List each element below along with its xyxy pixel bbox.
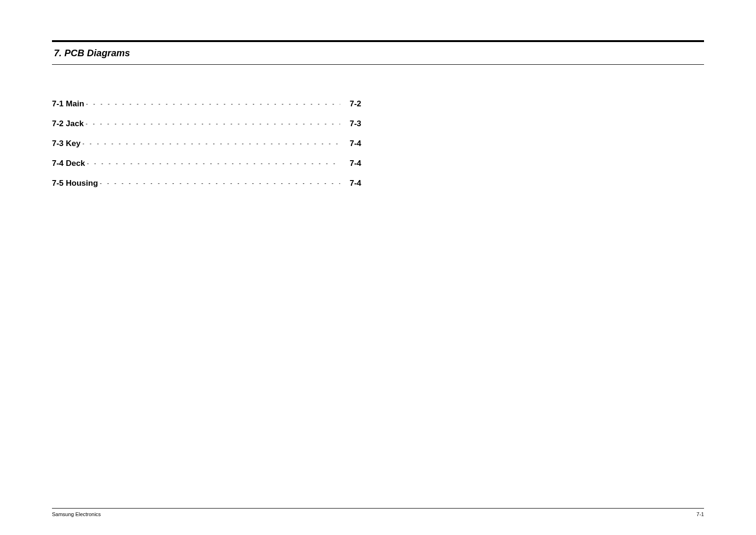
page-footer: Samsung Electronics 7-1 — [52, 508, 704, 517]
toc-item-page: 7-4 — [340, 159, 364, 168]
toc-item-label: 7-2 Jack — [52, 119, 86, 129]
toc-item-page: 7-4 — [340, 179, 364, 188]
toc-item: 7-4 Deck - - - - - - - - - - - - - - - -… — [52, 154, 364, 173]
footer-rule — [52, 508, 704, 509]
footer-row: Samsung Electronics 7-1 — [52, 511, 704, 517]
toc-item: 7-2 Jack - - - - - - - - - - - - - - - -… — [52, 114, 364, 134]
toc-leader-dots: - - - - - - - - - - - - - - - - - - - - … — [100, 180, 340, 187]
footer-left-text: Samsung Electronics — [52, 511, 101, 517]
section-heading: 7. PCB Diagrams — [52, 42, 704, 64]
toc-item-page: 7-4 — [340, 139, 364, 148]
toc-leader-dots: - - - - - - - - - - - - - - - - - - - - … — [82, 140, 340, 147]
toc-item: 7-5 Housing - - - - - - - - - - - - - - … — [52, 173, 364, 193]
page-container: 7. PCB Diagrams 7-1 Main - - - - - - - -… — [0, 0, 756, 535]
footer-page-number: 7-1 — [696, 511, 704, 517]
heading-underline — [52, 64, 704, 65]
table-of-contents: 7-1 Main - - - - - - - - - - - - - - - -… — [52, 94, 364, 193]
toc-item-label: 7-5 Housing — [52, 179, 100, 188]
toc-item-label: 7-4 Deck — [52, 159, 87, 168]
toc-item-label: 7-3 Key — [52, 139, 82, 148]
toc-leader-dots: - - - - - - - - - - - - - - - - - - - - … — [86, 101, 340, 107]
toc-leader-dots: - - - - - - - - - - - - - - - - - - - - … — [86, 121, 340, 127]
toc-item: 7-3 Key - - - - - - - - - - - - - - - - … — [52, 134, 364, 154]
toc-leader-dots: - - - - - - - - - - - - - - - - - - - - … — [87, 160, 340, 167]
toc-item-page: 7-2 — [340, 99, 364, 109]
toc-item-label: 7-1 Main — [52, 99, 86, 109]
toc-item-page: 7-3 — [340, 119, 364, 129]
section-header: 7. PCB Diagrams — [52, 40, 704, 65]
toc-item: 7-1 Main - - - - - - - - - - - - - - - -… — [52, 94, 364, 114]
